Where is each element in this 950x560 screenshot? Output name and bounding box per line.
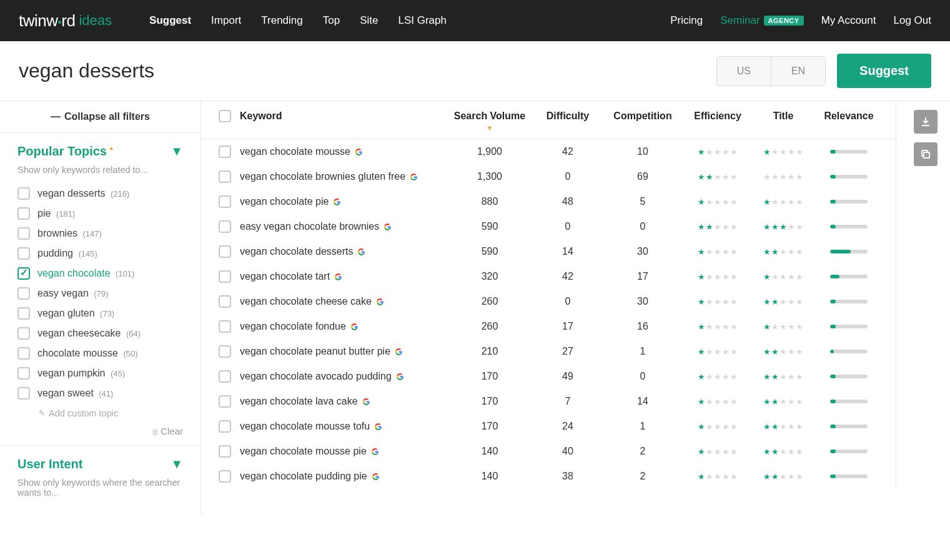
nav-lsi-graph[interactable]: LSI Graph: [398, 14, 447, 27]
clear-topics[interactable]: Clear: [17, 423, 183, 438]
col-efficiency[interactable]: Efficiency: [683, 111, 752, 122]
row-checkbox[interactable]: [219, 170, 231, 183]
topic-row[interactable]: vegan gluten (73): [17, 303, 183, 323]
topic-row[interactable]: easy vegan (79): [17, 283, 183, 303]
google-icon[interactable]: [335, 273, 342, 280]
topic-checkbox[interactable]: [17, 187, 30, 200]
nav-site[interactable]: Site: [360, 14, 378, 27]
search-volume-cell: 260: [446, 321, 533, 332]
col-keyword[interactable]: Keyword: [240, 111, 446, 122]
topic-count: (45): [111, 369, 125, 378]
google-icon[interactable]: [410, 174, 417, 180]
row-checkbox[interactable]: [219, 295, 231, 308]
topic-checkbox[interactable]: [17, 207, 30, 220]
row-checkbox[interactable]: [219, 445, 231, 458]
row-checkbox[interactable]: [219, 470, 231, 483]
keyword-cell[interactable]: vegan chocolate peanut butter pie: [240, 346, 446, 357]
google-icon[interactable]: [377, 298, 383, 305]
efficiency-cell: ★★★★★: [683, 271, 752, 282]
competition-cell: 1: [602, 421, 683, 432]
keyword-cell[interactable]: easy vegan chocolate brownies: [240, 221, 446, 232]
row-checkbox[interactable]: [219, 270, 231, 283]
keyword-cell[interactable]: vegan chocolate fondue: [240, 321, 446, 332]
topic-row[interactable]: chocolate mousse (50): [17, 343, 183, 363]
topic-row[interactable]: vegan sweet (41): [17, 383, 183, 403]
nav-top[interactable]: Top: [323, 14, 340, 27]
topic-row[interactable]: vegan chocolate (101): [17, 263, 183, 283]
google-icon[interactable]: [375, 423, 382, 430]
download-button[interactable]: [914, 110, 938, 134]
topic-checkbox[interactable]: [17, 247, 30, 260]
topic-checkbox[interactable]: [17, 307, 30, 320]
google-icon[interactable]: [363, 398, 370, 405]
google-icon[interactable]: [358, 248, 365, 255]
topic-row[interactable]: pudding (145): [17, 243, 183, 263]
google-icon[interactable]: [372, 448, 379, 455]
add-custom-topic[interactable]: Add custom topic: [17, 403, 183, 423]
nav-seminar[interactable]: Seminar AGENCY: [720, 14, 803, 27]
row-checkbox[interactable]: [219, 195, 231, 208]
nav-logout[interactable]: Log Out: [894, 14, 932, 27]
region-us[interactable]: US: [717, 57, 771, 86]
row-checkbox[interactable]: [219, 245, 231, 258]
topic-checkbox[interactable]: [17, 327, 30, 340]
nav-pricing[interactable]: Pricing: [670, 14, 703, 27]
filter-title-popular[interactable]: Popular Topics● ▼: [17, 144, 183, 159]
google-icon[interactable]: [334, 199, 340, 205]
topic-checkbox[interactable]: [17, 367, 30, 380]
nav-account[interactable]: My Account: [821, 14, 876, 27]
row-checkbox[interactable]: [219, 345, 231, 358]
google-icon[interactable]: [384, 224, 391, 230]
topic-row[interactable]: brownies (147): [17, 224, 183, 243]
col-competition[interactable]: Competition: [602, 111, 683, 122]
topic-row[interactable]: vegan pumpkin (45): [17, 363, 183, 383]
google-icon[interactable]: [372, 473, 379, 480]
row-checkbox[interactable]: [219, 145, 231, 158]
copy-button[interactable]: [914, 142, 938, 166]
topic-checkbox[interactable]: [17, 387, 30, 400]
table-row: vegan chocolate mousse1,9004210★★★★★★★★★…: [201, 139, 896, 164]
topic-row[interactable]: pie (181): [17, 204, 183, 224]
keyword-cell[interactable]: vegan chocolate avocado pudding: [240, 371, 446, 382]
google-icon[interactable]: [395, 348, 402, 355]
row-checkbox[interactable]: [219, 370, 231, 383]
keyword-cell[interactable]: vegan chocolate mousse: [240, 146, 446, 157]
nav-suggest[interactable]: Suggest: [149, 14, 191, 27]
keyword-cell[interactable]: vegan chocolate desserts: [240, 246, 446, 257]
topic-row[interactable]: vegan cheesecake (64): [17, 323, 183, 343]
row-checkbox[interactable]: [219, 395, 231, 408]
nav-trending[interactable]: Trending: [261, 14, 302, 27]
keyword-cell[interactable]: vegan chocolate pie: [240, 196, 446, 207]
row-checkbox[interactable]: [219, 320, 231, 333]
keyword-cell[interactable]: vegan chocolate tart: [240, 271, 446, 282]
topic-checkbox[interactable]: [17, 227, 30, 240]
keyword-cell[interactable]: vegan chocolate cheese cake: [240, 296, 446, 307]
row-checkbox[interactable]: [219, 420, 231, 433]
region-en[interactable]: EN: [771, 57, 825, 86]
filter-title-intent[interactable]: User Intent ▼: [17, 457, 183, 471]
col-relevance[interactable]: Relevance: [814, 111, 883, 122]
topic-checkbox[interactable]: [17, 267, 30, 280]
topic-row[interactable]: vegan desserts (216): [17, 184, 183, 204]
col-search-volume[interactable]: Search Volume▼: [446, 111, 533, 122]
keyword-cell[interactable]: vegan chocolate pudding pie: [240, 471, 446, 482]
topic-checkbox[interactable]: [17, 287, 30, 300]
keyword-cell[interactable]: vegan chocolate mousse tofu: [240, 421, 446, 432]
google-icon[interactable]: [397, 373, 403, 380]
topic-checkbox[interactable]: [17, 347, 30, 360]
col-title[interactable]: Title: [752, 111, 814, 122]
search-input[interactable]: vegan desserts: [19, 59, 716, 82]
keyword-cell[interactable]: vegan chocolate brownies gluten free: [240, 171, 446, 182]
table-row: vegan chocolate fondue2601716★★★★★★★★★★: [201, 314, 896, 339]
collapse-filters[interactable]: —Collapse all filters: [0, 101, 200, 133]
suggest-button[interactable]: Suggest: [837, 54, 931, 88]
google-icon[interactable]: [351, 323, 358, 330]
logo[interactable]: twinw•rd ideas: [19, 11, 112, 31]
nav-import[interactable]: Import: [211, 14, 241, 27]
google-icon[interactable]: [355, 149, 362, 155]
col-difficulty[interactable]: Difficulty: [533, 111, 602, 122]
keyword-cell[interactable]: vegan chocolate mousse pie: [240, 446, 446, 457]
keyword-cell[interactable]: vegan chocolate lava cake: [240, 396, 446, 407]
row-checkbox[interactable]: [219, 220, 231, 233]
select-all-checkbox[interactable]: [219, 110, 231, 122]
